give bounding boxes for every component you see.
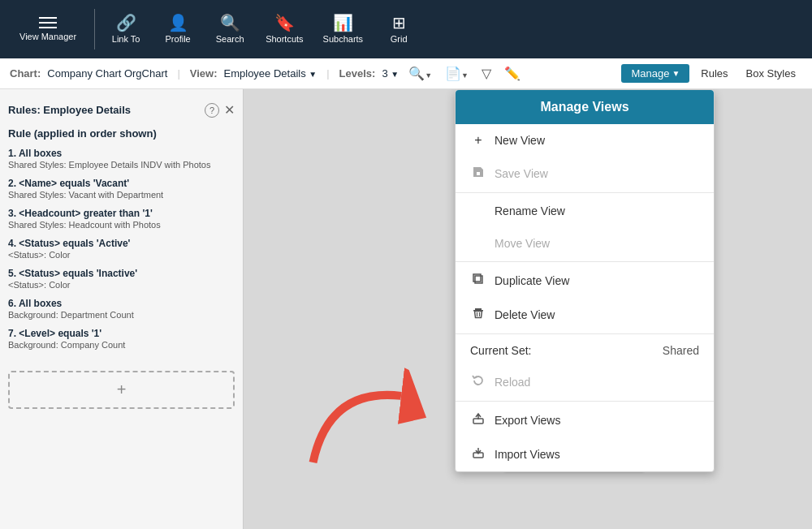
export-views-label: Export Views <box>495 414 560 427</box>
rule-item-7: 7. <Level> equals '1' Background: Compan… <box>8 328 235 350</box>
rule-3-num: 3. <Headcount> greater than '1' <box>8 208 235 219</box>
manage-views-dropdown: Manage Views + New View Save View Rename… <box>455 89 715 472</box>
rules-button[interactable]: Rules <box>694 64 734 83</box>
move-view-item: Move View <box>456 227 714 260</box>
chart-value: Company Chart OrgChart <box>47 67 167 80</box>
import-views-icon <box>470 446 486 462</box>
page-icon[interactable]: 📄▼ <box>442 64 472 83</box>
nav-profile[interactable]: 👤 Profile <box>153 10 202 49</box>
nav-divider-1 <box>94 9 95 49</box>
chart-toolbar: Chart: Company Chart OrgChart | View: Em… <box>0 58 812 89</box>
top-navigation: View Manager 🔗 Link To 👤 Profile 🔍 Searc… <box>0 0 812 58</box>
save-view-icon <box>470 166 486 182</box>
hamburger-icon <box>39 17 57 28</box>
nav-grid-label: Grid <box>391 34 408 44</box>
current-set-value: Shared <box>663 344 699 357</box>
edit-icon[interactable]: ✏️ <box>501 64 524 83</box>
rule-5-num: 5. <Status> equals 'Inactive' <box>8 268 235 279</box>
rule-item-6: 6. All boxes Background: Department Coun… <box>8 298 235 320</box>
rule-1-desc: Shared Styles: Employee Details INDV wit… <box>8 160 235 170</box>
toolbar-right: Manage ▼ Rules Box Styles <box>621 64 802 83</box>
box-styles-button[interactable]: Box Styles <box>740 64 802 83</box>
rule-7-num: 7. <Level> equals '1' <box>8 328 235 339</box>
rule-item-5: 5. <Status> equals 'Inactive' <Status>: … <box>8 268 235 290</box>
nav-shortcuts[interactable]: 🔖 Shortcuts <box>257 10 311 49</box>
duplicate-view-icon <box>470 273 486 289</box>
import-views-item[interactable]: Import Views <box>456 437 714 471</box>
rule-3-desc: Shared Styles: Headcount with Photos <box>8 220 235 230</box>
rule-5-desc: <Status>: Color <box>8 280 235 290</box>
reload-label: Reload <box>495 376 530 389</box>
view-dropdown-arrow: ▼ <box>309 70 317 79</box>
separator-2 <box>456 261 714 262</box>
rules-panel: Rules: Employee Details ? ✕ Rule (applie… <box>0 89 244 529</box>
duplicate-view-label: Duplicate View <box>495 274 569 287</box>
profile-icon: 👤 <box>168 15 188 31</box>
filter-icon[interactable]: ▽ <box>478 64 495 83</box>
rules-section-label: Rule (applied in order shown) <box>8 127 235 140</box>
rule-item-2: 2. <Name> equals 'Vacant' Shared Styles:… <box>8 178 235 200</box>
reload-item: Reload <box>456 365 714 399</box>
svg-rect-3 <box>475 308 482 310</box>
rule-2-desc: Shared Styles: Vacant with Department <box>8 190 235 200</box>
help-button[interactable]: ? <box>205 103 219 118</box>
nav-grid[interactable]: ⊞ Grid <box>374 10 423 49</box>
nav-profile-label: Profile <box>166 34 191 44</box>
export-views-item[interactable]: Export Views <box>456 403 714 437</box>
subcharts-icon: 📊 <box>333 15 353 31</box>
separator-3 <box>456 333 714 334</box>
levels-value[interactable]: 3 ▼ <box>382 67 399 80</box>
new-view-icon: + <box>470 133 486 148</box>
new-view-label: New View <box>495 134 545 147</box>
rule-item-4: 4. <Status> equals 'Active' <Status>: Co… <box>8 238 235 260</box>
delete-view-label: Delete View <box>495 308 555 321</box>
rule-item-3: 3. <Headcount> greater than '1' Shared S… <box>8 208 235 230</box>
current-set-row: Current Set: Shared <box>456 336 714 365</box>
rule-6-num: 6. All boxes <box>8 298 235 309</box>
nav-search[interactable]: 🔍 Search <box>205 10 254 49</box>
chart-label: Chart: <box>10 67 41 80</box>
chart-area: 👩 Ariana Alisjahbana Active Chief Market… <box>244 89 812 529</box>
manage-button[interactable]: Manage ▼ <box>621 64 689 83</box>
manage-views-header: Manage Views <box>456 90 714 124</box>
levels-dropdown-arrow: ▼ <box>391 70 399 79</box>
nav-subcharts[interactable]: 📊 Subcharts <box>315 10 372 49</box>
save-view-item: Save View <box>456 157 714 191</box>
rename-view-icon <box>470 204 486 218</box>
duplicate-view-item[interactable]: Duplicate View <box>456 264 714 298</box>
delete-view-icon <box>470 307 486 323</box>
rename-view-item[interactable]: Rename View <box>456 195 714 227</box>
export-views-icon <box>470 412 486 428</box>
nav-shortcuts-label: Shortcuts <box>266 34 303 44</box>
nav-link-to-label: Link To <box>112 34 140 44</box>
rule-6-desc: Background: Department Count <box>8 310 235 320</box>
move-view-label: Move View <box>495 237 550 250</box>
rule-2-num: 2. <Name> equals 'Vacant' <box>8 178 235 189</box>
shortcuts-icon: 🔖 <box>274 15 295 31</box>
current-set-label: Current Set: <box>470 344 531 357</box>
new-view-item[interactable]: + New View <box>456 124 714 157</box>
grid-icon: ⊞ <box>392 15 406 31</box>
separator-1 <box>456 192 714 193</box>
nav-view-manager[interactable]: View Manager <box>8 12 88 46</box>
separator-1: | <box>177 67 179 80</box>
zoom-icon[interactable]: 🔍▼ <box>405 64 435 83</box>
view-value[interactable]: Employee Details ▼ <box>224 67 317 80</box>
main-content: Rules: Employee Details ? ✕ Rule (applie… <box>0 89 812 529</box>
nav-search-label: Search <box>216 34 244 44</box>
reload-icon <box>470 374 486 390</box>
delete-view-item[interactable]: Delete View <box>456 298 714 332</box>
view-label: View: <box>190 67 218 80</box>
add-rule-button[interactable]: + <box>8 371 235 409</box>
rename-view-label: Rename View <box>495 204 565 217</box>
rule-1-num: 1. All boxes <box>8 148 235 159</box>
rule-item-1: 1. All boxes Shared Styles: Employee Det… <box>8 148 235 170</box>
search-icon: 🔍 <box>220 15 240 31</box>
rule-7-desc: Background: Company Count <box>8 340 235 350</box>
nav-link-to[interactable]: 🔗 Link To <box>102 10 150 49</box>
arrow-indicator <box>280 352 434 484</box>
import-views-label: Import Views <box>495 448 560 461</box>
rules-panel-header: Rules: Employee Details ? ✕ <box>8 97 235 123</box>
separator-2: | <box>326 67 329 80</box>
close-panel-button[interactable]: ✕ <box>224 102 235 118</box>
